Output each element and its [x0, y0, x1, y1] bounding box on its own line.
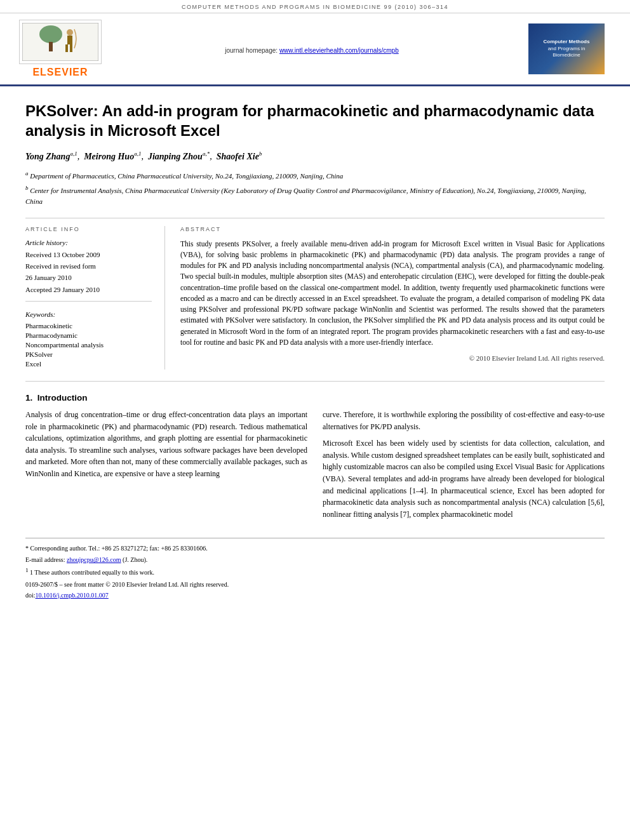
elsevier-brand-text: ELSEVIER [32, 67, 88, 78]
abstract-text: This study presents PKSolver, a freely a… [180, 239, 605, 349]
journal-brand-logo: Computer Methods and Programs in Biomedi… [528, 23, 605, 74]
journal-header: ELSEVIER journal homepage: www.intl.else… [0, 13, 630, 86]
keyword-1: Pharmacokinetic [25, 322, 152, 330]
intro-section-label: Introduction [37, 393, 88, 403]
journal-info-center: journal homepage: www.intl.elsevierhealt… [102, 44, 522, 54]
authors-line: Yong Zhanga,1, Meirong Huoa,1, Jianping … [25, 149, 605, 164]
history-label: Article history: [25, 239, 152, 246]
info-abstract-columns: Article Info Article history: Received 1… [25, 226, 605, 370]
svg-rect-0 [22, 23, 98, 61]
abstract-heading: Abstract [180, 226, 605, 232]
svg-point-3 [67, 29, 73, 36]
keywords-section: Keywords: Pharmacokinetic Pharmacodynami… [25, 310, 152, 368]
svg-point-1 [39, 25, 62, 43]
author-4: Shaofei Xie [217, 152, 259, 161]
keyword-2: Pharmacodynamic [25, 331, 152, 339]
intro-para-right-2: Microsoft Excel has been widely used by … [323, 437, 605, 520]
history-received: Received 13 October 2009 [25, 250, 152, 260]
author-3-sup: a,* [203, 150, 210, 157]
history-accepted: Accepted 29 January 2010 [25, 285, 152, 295]
intro-para-right-1: curve. Therefore, it is worthwhile explo… [323, 409, 605, 432]
keywords-label: Keywords: [25, 310, 152, 318]
homepage-link[interactable]: www.intl.elsevierhealth.com/journals/cmp… [279, 47, 399, 54]
history-revised-date: 26 January 2010 [25, 273, 152, 283]
svg-rect-4 [67, 36, 72, 44]
keyword-4: PKSolver [25, 350, 152, 358]
author-1-sup: a,1 [70, 150, 77, 157]
article-info-col: Article Info Article history: Received 1… [25, 226, 165, 370]
svg-rect-6 [70, 44, 72, 52]
author-2-sup: a,1 [134, 150, 141, 157]
affil-a: a Department of Pharmaceutics, China Pha… [25, 169, 605, 182]
divider-keywords [25, 301, 152, 302]
keyword-3: Noncompartmental analysis [25, 341, 152, 349]
article-title: PKSolver: An add-in program for pharmaco… [25, 101, 605, 140]
divider-1 [25, 218, 605, 218]
elsevier-logo-image [19, 20, 102, 64]
affiliations: a Department of Pharmaceutics, China Pha… [25, 169, 605, 207]
author-3: Jianping Zhou [148, 152, 203, 161]
journal-header-bar: Computer Methods and Programs in Biomedi… [0, 0, 630, 13]
intro-left-col: Analysis of drug concentration–time or d… [25, 409, 307, 525]
author-4-sup: b [259, 150, 262, 157]
footnote-1-note: 1 1 These authors contributed equally to… [25, 566, 605, 577]
elsevier-logo: ELSEVIER [19, 20, 102, 78]
corresponding-author-note: * Corresponding author. Tel.: +86 25 832… [25, 543, 605, 553]
intro-section-title: 1. Introduction [25, 393, 605, 403]
issn-note: 0169-2607/$ – see front matter © 2010 El… [25, 580, 605, 589]
intro-body-columns: Analysis of drug concentration–time or d… [25, 409, 605, 525]
homepage-url: journal homepage: www.intl.elsevierhealt… [102, 47, 522, 54]
introduction-section: 1. Introduction Analysis of drug concent… [25, 393, 605, 525]
intro-section-number: 1. [25, 393, 32, 403]
author-1: Yong Zhang [25, 152, 70, 161]
abstract-col: Abstract This study presents PKSolver, a… [180, 226, 605, 370]
copyright-line: © 2010 Elsevier Ireland Ltd. All rights … [180, 354, 605, 362]
email-note: E-mail address: zhoujpcpu@126.com (J. Zh… [25, 555, 605, 564]
article-info-heading: Article Info [25, 226, 152, 232]
article-history: Article history: Received 13 October 200… [25, 239, 152, 295]
author-2: Meirong Huo [84, 152, 134, 161]
email-link[interactable]: zhoujpcpu@126.com [67, 556, 121, 563]
journal-citation: Computer Methods and Programs in Biomedi… [182, 4, 448, 10]
intro-para-left-1: Analysis of drug concentration–time or d… [25, 409, 307, 480]
svg-rect-5 [65, 44, 68, 52]
svg-rect-2 [49, 42, 53, 51]
keyword-5: Excel [25, 360, 152, 368]
intro-right-col: curve. Therefore, it is worthwhile explo… [323, 409, 605, 525]
history-revised-label: Received in revised form [25, 262, 152, 271]
journal-logo-right: Computer Methods and Programs in Biomedi… [522, 23, 605, 74]
main-content: PKSolver: An add-in program for pharmaco… [0, 86, 630, 611]
footer-notes: * Corresponding author. Tel.: +86 25 832… [25, 538, 605, 598]
doi-line: doi:10.1016/j.cmpb.2010.01.007 [25, 592, 605, 599]
affil-b: b Center for Instrumental Analysis, Chin… [25, 183, 605, 208]
doi-link[interactable]: 10.1016/j.cmpb.2010.01.007 [36, 592, 109, 599]
divider-body [25, 381, 605, 382]
